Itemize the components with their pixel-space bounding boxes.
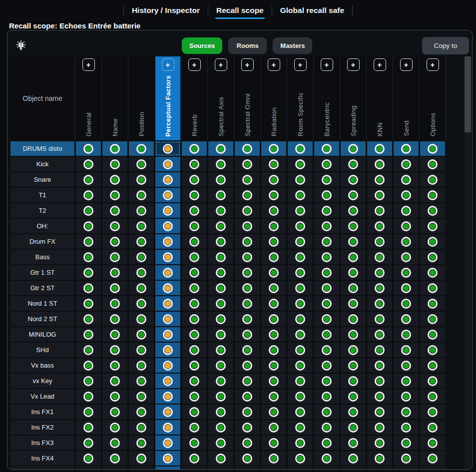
- column-header-perceptual-factors[interactable]: +Perceptual Factors: [155, 56, 180, 140]
- scope-toggle[interactable]: [394, 343, 419, 357]
- scope-toggle[interactable]: [261, 374, 286, 388]
- object-name-cell[interactable]: DRUMS disto: [10, 141, 74, 156]
- scope-toggle[interactable]: [341, 281, 366, 295]
- object-name-cell[interactable]: T2: [10, 203, 74, 218]
- scope-toggle[interactable]: [288, 265, 313, 280]
- column-header-spectral-omni[interactable]: +Spectral Omni: [235, 56, 260, 140]
- scope-toggle[interactable]: [261, 312, 286, 326]
- scope-toggle[interactable]: [76, 436, 101, 450]
- tip-lightbulb-icon[interactable]: [14, 39, 27, 52]
- column-header-send[interactable]: +Send: [394, 56, 419, 140]
- scope-toggle[interactable]: [367, 374, 392, 388]
- scope-toggle[interactable]: [129, 188, 154, 202]
- scope-toggle[interactable]: [76, 281, 101, 295]
- scope-toggle[interactable]: [155, 389, 180, 404]
- scope-toggle[interactable]: [102, 157, 127, 171]
- scope-toggle[interactable]: [341, 436, 366, 450]
- add-column-scope-button[interactable]: +: [215, 58, 227, 71]
- scope-toggle[interactable]: [235, 172, 260, 187]
- scope-toggle[interactable]: [420, 281, 445, 295]
- scope-toggle[interactable]: [235, 312, 260, 326]
- column-header-spreading[interactable]: +Spreading: [341, 56, 366, 140]
- scope-toggle[interactable]: [182, 219, 207, 233]
- scope-toggle[interactable]: [314, 281, 339, 295]
- scope-toggle[interactable]: [182, 327, 207, 342]
- scope-toggle[interactable]: [208, 389, 233, 404]
- scope-toggle[interactable]: [394, 389, 419, 404]
- scope-toggle[interactable]: [341, 188, 366, 202]
- scope-toggle[interactable]: [420, 234, 445, 249]
- scope-toggle[interactable]: [235, 234, 260, 249]
- scope-toggle[interactable]: [314, 234, 339, 249]
- scope-toggle[interactable]: [76, 265, 101, 280]
- scope-toggle[interactable]: [129, 312, 154, 326]
- scope-toggle[interactable]: [76, 188, 101, 202]
- scope-toggle[interactable]: [341, 296, 366, 311]
- scope-toggle[interactable]: [155, 451, 180, 466]
- scope-toggle[interactable]: [261, 405, 286, 419]
- scope-toggle[interactable]: [367, 203, 392, 218]
- copy-to-button[interactable]: Copy to: [422, 37, 469, 54]
- scope-toggle[interactable]: [129, 389, 154, 404]
- scope-toggle[interactable]: [288, 312, 313, 326]
- object-name-cell[interactable]: Drum FX: [10, 234, 74, 249]
- scope-toggle[interactable]: [208, 436, 233, 450]
- scope-toggle[interactable]: [288, 141, 313, 156]
- scope-toggle[interactable]: [341, 172, 366, 187]
- scope-toggle[interactable]: [420, 343, 445, 357]
- scope-toggle[interactable]: [288, 405, 313, 419]
- scope-toggle[interactable]: [182, 436, 207, 450]
- object-name-cell[interactable]: Bass: [10, 250, 74, 264]
- scope-toggle[interactable]: [314, 265, 339, 280]
- scope-toggle[interactable]: [420, 219, 445, 233]
- scope-toggle[interactable]: [208, 203, 233, 218]
- scope-toggle[interactable]: [341, 420, 366, 435]
- scope-toggle[interactable]: [155, 219, 180, 233]
- scope-toggle[interactable]: [261, 141, 286, 156]
- scope-toggle[interactable]: [235, 141, 260, 156]
- scope-toggle[interactable]: [288, 219, 313, 233]
- scope-toggle[interactable]: [129, 281, 154, 295]
- scope-toggle[interactable]: [155, 405, 180, 419]
- scope-toggle[interactable]: [102, 420, 127, 435]
- scope-toggle[interactable]: [420, 405, 445, 419]
- scope-toggle[interactable]: [182, 405, 207, 419]
- scope-toggle[interactable]: [341, 265, 366, 280]
- scope-toggle[interactable]: [129, 172, 154, 187]
- scope-toggle[interactable]: [102, 203, 127, 218]
- scope-toggle[interactable]: [420, 389, 445, 404]
- scope-toggle[interactable]: [102, 436, 127, 450]
- add-column-scope-button[interactable]: +: [427, 58, 439, 71]
- scope-toggle[interactable]: [314, 312, 339, 326]
- scope-toggle[interactable]: [155, 327, 180, 342]
- scope-toggle[interactable]: [76, 141, 101, 156]
- scope-toggle[interactable]: [367, 157, 392, 171]
- scope-toggle[interactable]: [208, 188, 233, 202]
- scope-toggle[interactable]: [102, 141, 127, 156]
- scope-toggle[interactable]: [288, 420, 313, 435]
- scope-toggle[interactable]: [155, 265, 180, 280]
- column-header-knn[interactable]: +KNN: [367, 56, 392, 140]
- scope-toggle[interactable]: [367, 436, 392, 450]
- scope-toggle[interactable]: [182, 358, 207, 373]
- scope-toggle[interactable]: [102, 405, 127, 419]
- add-column-scope-button[interactable]: +: [241, 58, 254, 71]
- scope-toggle[interactable]: [314, 374, 339, 388]
- add-column-scope-button[interactable]: +: [162, 58, 174, 71]
- scope-toggle[interactable]: [235, 219, 260, 233]
- scope-toggle[interactable]: [102, 327, 127, 342]
- scope-toggle[interactable]: [394, 234, 419, 249]
- scope-toggle[interactable]: [314, 157, 339, 171]
- scope-toggle[interactable]: [102, 219, 127, 233]
- scope-toggle[interactable]: [235, 281, 260, 295]
- scope-toggle[interactable]: [208, 234, 233, 249]
- scope-toggle[interactable]: [208, 172, 233, 187]
- scope-toggle[interactable]: [367, 343, 392, 357]
- scope-toggle[interactable]: [208, 451, 233, 466]
- scope-toggle[interactable]: [235, 405, 260, 419]
- scope-toggle[interactable]: [261, 172, 286, 187]
- scope-toggle[interactable]: [76, 203, 101, 218]
- object-name-cell[interactable]: Snare: [10, 172, 74, 187]
- scope-toggle[interactable]: [235, 343, 260, 357]
- scope-toggle[interactable]: [288, 281, 313, 295]
